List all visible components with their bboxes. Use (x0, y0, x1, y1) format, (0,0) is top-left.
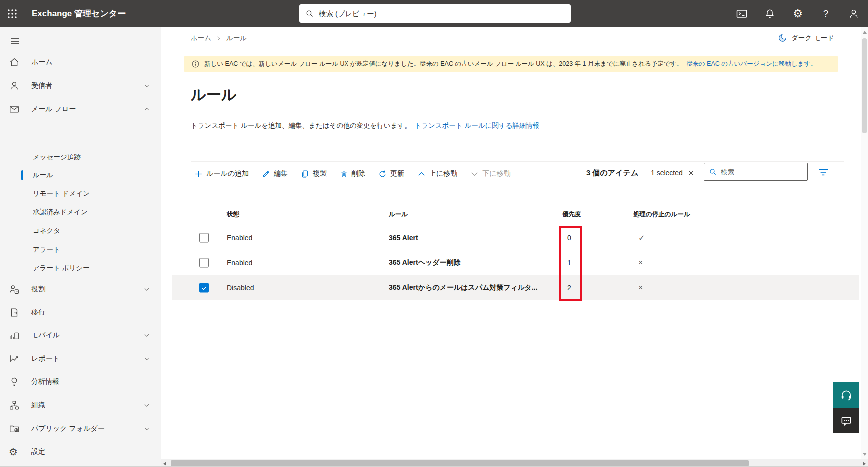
vertical-scroll-thumb[interactable] (862, 38, 867, 133)
collapse-nav-button[interactable] (6, 33, 24, 49)
column-header-rule[interactable]: ルール (389, 210, 408, 219)
move-down-button[interactable]: 下に移動 (470, 169, 510, 178)
help-button[interactable]: ? (812, 0, 840, 27)
folder-globe-icon (9, 423, 20, 434)
toolbar-divider (191, 161, 844, 162)
sidebar-item-rules[interactable]: ルール (0, 166, 161, 184)
banner-legacy-link[interactable]: 従来の EAC の古いバージョンに移動します。 (687, 60, 817, 68)
help-icon: ? (823, 8, 829, 19)
cross-icon: × (638, 258, 643, 267)
sidebar-item-reports[interactable]: レポート (0, 347, 161, 370)
row-rule-name: 365 Alert (389, 234, 418, 242)
selection-status: 1 selected (651, 169, 694, 177)
person-icon (848, 8, 859, 19)
account-button[interactable] (840, 0, 868, 27)
global-search-input[interactable] (319, 10, 565, 18)
chevron-up-icon (143, 106, 150, 113)
column-header-priority[interactable]: 優先度 (562, 210, 581, 219)
sidebar-item-label: リモート ドメイン (33, 189, 90, 198)
sidebar-item-mail-flow[interactable]: メール フロー (0, 98, 161, 121)
column-header-status[interactable]: 状態 (227, 210, 239, 219)
delete-button[interactable]: 削除 (340, 169, 365, 178)
line-chart-icon (9, 353, 20, 364)
scroll-left-arrow[interactable] (163, 462, 166, 466)
chevron-down-icon (143, 402, 150, 409)
sidebar-item-public-folders[interactable]: パブリック フォルダー (0, 417, 161, 440)
add-rule-label: ルールの追加 (206, 169, 249, 178)
vertical-scrollbar[interactable] (861, 27, 868, 459)
column-header-stop[interactable]: 処理の停止のルール (633, 210, 690, 219)
sidebar-item-label: アラート ポリシー (33, 264, 90, 273)
global-search[interactable] (299, 4, 571, 23)
page-title: ルール (191, 85, 236, 105)
feedback-button[interactable] (833, 408, 859, 433)
sidebar-item-migration[interactable]: 移行 (0, 301, 161, 324)
sidebar-item-accepted-domains[interactable]: 承認済みドメイン (0, 203, 161, 221)
scroll-down-arrow[interactable] (863, 453, 867, 456)
gear-icon: ⚙ (793, 7, 803, 20)
hamburger-icon (10, 36, 20, 46)
dark-mode-toggle[interactable]: ダーク モード (778, 33, 834, 43)
mobile-chart-icon (9, 330, 20, 341)
plus-icon (194, 170, 203, 178)
org-chart-icon (9, 400, 20, 411)
sidebar-item-organization[interactable]: 組織 (0, 394, 161, 417)
filter-icon[interactable] (818, 168, 829, 177)
table-row[interactable]: Disabled 365 Alertからのメールはスパム対策フィルタ... 2 … (172, 275, 859, 300)
move-up-button[interactable]: 上に移動 (417, 169, 457, 178)
move-down-label: 下に移動 (482, 169, 510, 178)
add-rule-button[interactable]: ルールの追加 (194, 169, 249, 178)
support-button[interactable] (833, 382, 859, 408)
sidebar-item-label: モバイル (31, 331, 60, 340)
sidebar-item-remote-domains[interactable]: リモート ドメイン (0, 185, 161, 203)
chevron-down-icon (143, 355, 150, 362)
table-search-input[interactable] (721, 168, 809, 176)
sidebar-item-insights[interactable]: 分析情報 (0, 370, 161, 393)
scroll-up-arrow[interactable] (863, 31, 867, 34)
clear-selection-button[interactable] (688, 170, 694, 176)
row-checkbox[interactable] (199, 233, 209, 243)
sidebar-item-label: メッセージ追跡 (33, 153, 81, 162)
sidebar-item-alert-policies[interactable]: アラート ポリシー (0, 259, 161, 277)
row-rule-name: 365 Alertヘッダー削除 (389, 258, 461, 267)
search-icon (709, 168, 717, 176)
cross-icon: × (638, 283, 643, 292)
settings-button[interactable]: ⚙ (784, 0, 812, 27)
table-search[interactable] (704, 163, 808, 181)
moon-icon (778, 33, 787, 43)
sidebar-item-mobile[interactable]: モバイル (0, 324, 161, 347)
scroll-right-arrow[interactable] (863, 462, 866, 466)
refresh-button[interactable]: 更新 (378, 169, 404, 178)
deprecation-banner: 新しい EAC では、新しいメール フロー ルール UX が既定値になりました。… (184, 56, 838, 72)
notifications-button[interactable] (756, 0, 784, 27)
page-description-text: トランスポート ルールを追加、編集、またはその他の変更を行います。 (191, 122, 411, 129)
sidebar-item-roles[interactable]: 役割 (0, 278, 161, 301)
sidebar-item-label: ホーム (31, 58, 53, 67)
breadcrumb-current: ルール (226, 34, 247, 43)
table-row[interactable]: Enabled 365 Alert 0 ✓ (172, 225, 859, 250)
horizontal-scroll-thumb[interactable] (171, 460, 749, 466)
main-content: ホーム ルール ダーク モード 新しい EAC では、新しいメール フロー ルー… (161, 27, 861, 459)
search-icon (305, 9, 314, 18)
app-launcher-button[interactable] (0, 0, 25, 27)
row-checkbox[interactable] (199, 283, 209, 293)
sidebar-item-settings[interactable]: ⚙ 設定 (0, 440, 161, 463)
duplicate-button[interactable]: 複製 (301, 169, 327, 178)
feedback-bubble-icon (840, 414, 853, 427)
sidebar-item-home[interactable]: ホーム (0, 51, 161, 74)
powershell-button[interactable] (728, 0, 756, 27)
table-row[interactable]: Enabled 365 Alertヘッダー削除 1 × (172, 250, 859, 275)
sidebar-item-recipients[interactable]: 受信者 (0, 74, 161, 97)
edit-button[interactable]: 編集 (262, 169, 288, 178)
home-icon (9, 57, 20, 68)
person-key-icon (9, 284, 20, 295)
breadcrumb-home[interactable]: ホーム (191, 34, 211, 43)
sidebar: ホーム 受信者 メール フロー メッセージ追跡 ルール リモート ドメイン 承認… (0, 27, 161, 467)
row-priority: 2 (567, 284, 571, 292)
sidebar-item-connectors[interactable]: コネクタ (0, 222, 161, 240)
row-status: Enabled (227, 259, 252, 267)
learn-more-link[interactable]: トランスポート ルールに関する詳細情報 (415, 122, 539, 129)
row-checkbox[interactable] (199, 258, 209, 268)
sidebar-item-alerts[interactable]: アラート (0, 241, 161, 259)
sidebar-item-message-trace[interactable]: メッセージ追跡 (0, 149, 161, 166)
